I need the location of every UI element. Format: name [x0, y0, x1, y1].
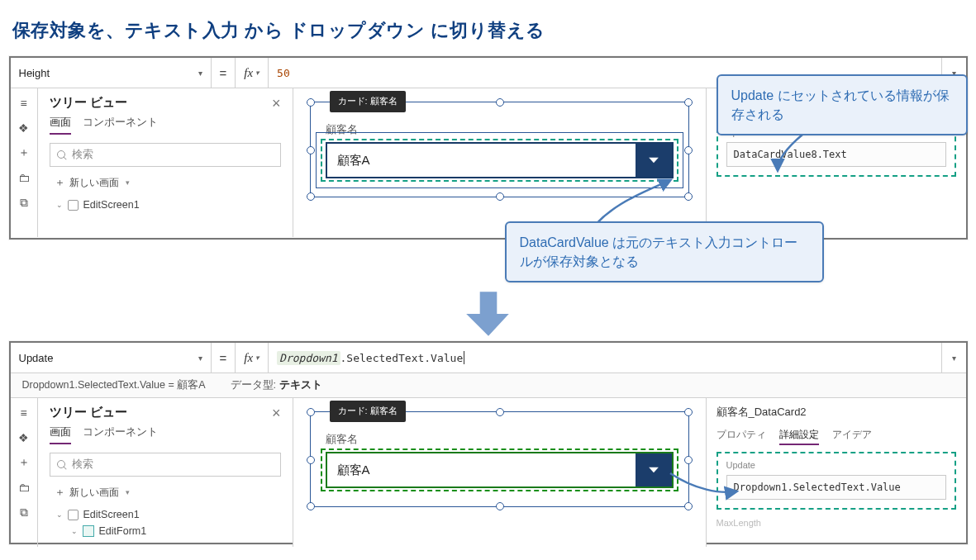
data-icon[interactable]: 🗀 — [17, 481, 31, 494]
dropdown-chevron-button[interactable] — [636, 144, 672, 177]
data-icon[interactable]: 🗀 — [17, 171, 31, 184]
formula-datatype: データ型: テキスト — [231, 378, 322, 392]
property-selector[interactable]: Height ▾ — [11, 58, 212, 88]
tree-item-editform1[interactable]: ⌄ EditForm1 — [50, 523, 281, 539]
plus-icon: ＋ — [55, 175, 65, 190]
tree-list: ⌄ EditScreen1 — [50, 197, 281, 213]
fx-icon: fx — [244, 351, 253, 365]
chevron-down-icon: ▾ — [126, 178, 130, 187]
text-cursor — [464, 351, 464, 364]
field-label: 顧客名 — [326, 432, 674, 447]
canvas-area[interactable]: カード: 顧客名 顧客名 — [293, 398, 706, 547]
chevron-down-icon — [645, 152, 662, 168]
chevron-down-icon: ▾ — [255, 69, 259, 77]
resize-handle[interactable] — [684, 408, 693, 416]
property-selector-value: Update — [19, 352, 54, 364]
card-chip: カード: 顧客名 — [330, 91, 406, 112]
left-icon-rail: ≡ ❖ ＋ 🗀 ⧉ — [11, 398, 38, 547]
chevron-down-icon: ▾ — [255, 354, 259, 362]
chevron-down-icon — [645, 462, 662, 478]
update-property-label: Update — [726, 460, 946, 470]
field-label: 顧客名 — [326, 122, 674, 137]
hamburger-icon[interactable]: ≡ — [17, 406, 31, 420]
tree-list: ⌄ EditScreen1 ⌄ EditForm1 — [50, 506, 281, 539]
resize-handle[interactable] — [496, 408, 504, 416]
dropdown-chevron-button[interactable] — [636, 453, 672, 486]
tree-tabs: 画面 コンポーネント — [50, 116, 281, 135]
resize-handle[interactable] — [307, 98, 315, 107]
tree-tabs: 画面 コンポーネント — [50, 425, 281, 444]
formula-expand-button[interactable]: ▾ — [941, 343, 966, 373]
update-property-input[interactable]: DataCardValue8.Text — [726, 142, 946, 167]
formula-result-bar: Dropdown1.SelectedText.Value = 顧客A データ型:… — [11, 373, 966, 398]
tree-item-editscreen1[interactable]: ⌄ EditScreen1 — [50, 506, 281, 523]
resize-handle[interactable] — [496, 98, 504, 107]
data-card[interactable]: 顧客名 顧客A — [310, 411, 689, 507]
form-icon — [83, 525, 94, 537]
plus-icon[interactable]: ＋ — [17, 146, 31, 159]
chevron-down-icon: ⌄ — [56, 510, 63, 519]
plus-icon[interactable]: ＋ — [17, 456, 31, 469]
formula-evaluation: Dropdown1.SelectedText.Value = 顧客A — [22, 378, 206, 392]
resize-handle[interactable] — [496, 502, 504, 510]
tree-view-pane: ツリー ビュー × 画面 コンポーネント 検索 ＋ 新しい画面 ▾ — [38, 398, 293, 547]
left-icon-rail: ≡ ❖ ＋ 🗀 ⧉ — [11, 88, 38, 237]
chevron-down-icon: ▾ — [126, 488, 130, 496]
resize-handle[interactable] — [684, 98, 693, 107]
resize-handle[interactable] — [684, 146, 693, 154]
media-icon[interactable]: ⧉ — [17, 505, 31, 519]
search-icon — [57, 460, 67, 470]
close-icon[interactable]: × — [272, 96, 281, 111]
tab-properties[interactable]: プロパティ — [717, 428, 766, 445]
dropdown-control[interactable]: 顧客A — [326, 142, 674, 178]
properties-pane: 顧客名_DataCard2 プロパティ 詳細設定 アイデア Update Dro… — [706, 398, 966, 547]
resize-handle[interactable] — [307, 456, 315, 464]
chevron-down-icon: ⌄ — [56, 201, 63, 209]
resize-handle[interactable] — [307, 408, 315, 416]
media-icon[interactable]: ⧉ — [17, 196, 31, 209]
tree-search-input[interactable]: 検索 — [50, 143, 281, 167]
resize-handle[interactable] — [307, 146, 315, 154]
screen-icon — [68, 510, 79, 520]
resize-handle[interactable] — [684, 192, 693, 201]
chevron-down-icon: ▾ — [198, 69, 202, 78]
close-icon[interactable]: × — [272, 406, 281, 420]
resize-handle[interactable] — [684, 456, 693, 464]
dropdown-value: 顧客A — [327, 453, 636, 486]
tree-item-editscreen1[interactable]: ⌄ EditScreen1 — [50, 197, 281, 213]
property-selector[interactable]: Update ▾ — [11, 343, 212, 373]
new-screen-button[interactable]: ＋ 新しい画面 ▾ — [55, 175, 281, 190]
resize-handle[interactable] — [496, 192, 504, 201]
formula-input[interactable]: Dropdown1.SelectedText.Value — [269, 343, 940, 373]
tab-advanced[interactable]: 詳細設定 — [779, 428, 819, 445]
callout-update-saved: Update にセットされている情報が保存される — [717, 74, 968, 135]
fx-button[interactable]: fx ▾ — [236, 58, 269, 88]
hamburger-icon[interactable]: ≡ — [17, 97, 31, 110]
chevron-down-icon: ▾ — [198, 354, 202, 363]
canvas-area[interactable]: カード: 顧客名 顧客名 — [293, 88, 706, 237]
dropdown-control[interactable]: 顧客A — [326, 452, 674, 488]
tree-view-pane: ツリー ビュー × 画面 コンポーネント 検索 ＋ 新しい画面 ▾ — [38, 88, 293, 237]
callout-datacardvalue: DataCardValue は元のテキスト入力コントロールが保存対象となる — [505, 221, 824, 282]
card-chip: カード: 顧客名 — [330, 401, 406, 422]
layers-icon[interactable]: ❖ — [17, 431, 31, 444]
new-screen-button[interactable]: ＋ 新しい画面 ▾ — [55, 485, 281, 500]
dropdown-value: 顧客A — [327, 144, 636, 177]
properties-tabs: プロパティ 詳細設定 アイデア — [717, 428, 956, 445]
tab-components[interactable]: コンポーネント — [83, 425, 158, 444]
page-title: 保存対象を、テキスト入力 から ドロップダウン に切り替える — [12, 18, 968, 43]
layers-icon[interactable]: ❖ — [17, 121, 31, 135]
tab-ideas[interactable]: アイデア — [832, 428, 872, 445]
tree-search-input[interactable]: 検索 — [50, 453, 281, 477]
tab-screen[interactable]: 画面 — [50, 425, 71, 444]
fx-button[interactable]: fx ▾ — [236, 343, 269, 373]
tab-components[interactable]: コンポーネント — [83, 116, 158, 135]
resize-handle[interactable] — [307, 502, 315, 510]
resize-handle[interactable] — [684, 502, 693, 510]
resize-handle[interactable] — [307, 192, 315, 201]
data-card[interactable]: 顧客名 顧客A — [310, 102, 689, 197]
update-property-input[interactable]: Dropdown1.SelectedText.Value — [726, 475, 946, 500]
tab-screen[interactable]: 画面 — [50, 116, 71, 135]
screen-icon — [68, 200, 79, 211]
transition-arrow — [9, 287, 968, 341]
